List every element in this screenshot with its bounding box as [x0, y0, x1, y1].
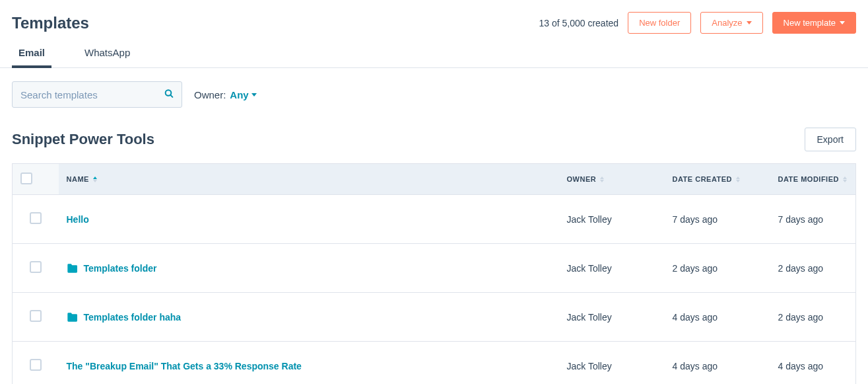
row-modified: 4 days ago — [770, 342, 856, 385]
row-name-link[interactable]: Templates folder haha — [84, 312, 182, 323]
row-created: 7 days ago — [665, 195, 770, 244]
folder-icon — [67, 313, 77, 322]
owner-filter-label: Owner: — [194, 89, 226, 100]
column-owner[interactable]: Owner — [559, 164, 665, 195]
row-owner: Jack Tolley — [559, 195, 665, 244]
column-modified[interactable]: Date Modified — [770, 164, 856, 195]
row-checkbox-cell — [13, 244, 59, 293]
header: Templates 13 of 5,000 created New folder… — [12, 12, 856, 34]
tab-email[interactable]: Email — [12, 47, 51, 67]
column-owner-label: Owner — [567, 175, 597, 183]
row-modified: 2 days ago — [770, 244, 856, 293]
row-name-link[interactable]: Templates folder — [84, 263, 157, 274]
row-created: 2 days ago — [665, 244, 770, 293]
row-checkbox[interactable] — [30, 212, 42, 224]
column-modified-label: Date Modified — [778, 175, 839, 183]
row-name-cell: The "Breakup Email" That Gets a 33% Resp… — [59, 342, 559, 385]
row-checkbox-cell — [13, 293, 59, 342]
table-row: Templates folder hahaJack Tolley4 days a… — [13, 293, 856, 342]
page-title: Templates — [12, 14, 89, 32]
column-checkbox — [13, 164, 59, 195]
row-name-cell: Hello — [59, 195, 559, 244]
table-row: HelloJack Tolley7 days ago7 days ago — [13, 195, 856, 244]
new-template-label: New template — [784, 18, 836, 28]
row-name-link[interactable]: Hello — [67, 214, 89, 225]
tabs: Email WhatsApp — [0, 47, 868, 68]
table-row: Templates folderJack Tolley2 days ago2 d… — [13, 244, 856, 293]
analyze-button[interactable]: Analyze — [700, 12, 762, 34]
template-count: 13 of 5,000 created — [539, 18, 618, 28]
column-created-label: Date Created — [673, 175, 733, 183]
tab-whatsapp[interactable]: WhatsApp — [78, 47, 137, 67]
row-created: 4 days ago — [665, 342, 770, 385]
row-owner: Jack Tolley — [559, 244, 665, 293]
filter-row: Owner: Any — [12, 68, 856, 121]
folder-icon — [67, 264, 77, 273]
row-checkbox[interactable] — [30, 310, 42, 322]
row-checkbox-cell — [13, 342, 59, 385]
owner-filter: Owner: Any — [194, 89, 257, 100]
sort-icon — [93, 176, 97, 182]
select-all-checkbox[interactable] — [20, 173, 32, 184]
new-template-button[interactable]: New template — [772, 12, 856, 34]
sort-icon — [600, 176, 604, 182]
row-owner: Jack Tolley — [559, 293, 665, 342]
row-name-cell: Templates folder — [59, 244, 559, 293]
new-folder-button[interactable]: New folder — [628, 12, 691, 34]
row-created: 4 days ago — [665, 293, 770, 342]
section-title: Snippet Power Tools — [12, 131, 154, 148]
row-name-cell: Templates folder haha — [59, 293, 559, 342]
row-checkbox[interactable] — [30, 359, 42, 371]
analyze-label: Analyze — [712, 18, 742, 28]
sort-icon — [843, 176, 847, 182]
row-owner: Jack Tolley — [559, 342, 665, 385]
svg-line-1 — [170, 95, 172, 97]
column-created[interactable]: Date Created — [665, 164, 770, 195]
sort-icon — [736, 176, 740, 182]
templates-table: Name Owner Dat — [12, 163, 856, 384]
owner-filter-value[interactable]: Any — [230, 89, 256, 100]
column-name[interactable]: Name — [59, 164, 559, 195]
row-checkbox-cell — [13, 195, 59, 244]
caret-down-icon — [840, 21, 845, 24]
row-modified: 2 days ago — [770, 293, 856, 342]
search-input[interactable] — [12, 81, 182, 108]
owner-filter-value-text: Any — [230, 89, 248, 100]
search-icon[interactable] — [164, 89, 174, 101]
section-header: Snippet Power Tools Export — [12, 128, 856, 151]
export-button[interactable]: Export — [805, 128, 856, 151]
caret-down-icon — [747, 21, 752, 24]
row-checkbox[interactable] — [30, 261, 42, 273]
row-name-link[interactable]: The "Breakup Email" That Gets a 33% Resp… — [67, 361, 302, 371]
row-modified: 7 days ago — [770, 195, 856, 244]
header-actions: 13 of 5,000 created New folder Analyze N… — [539, 12, 856, 34]
caret-down-icon — [251, 93, 257, 96]
table-row: The "Breakup Email" That Gets a 33% Resp… — [13, 342, 856, 385]
search-wrap — [12, 81, 182, 108]
column-name-label: Name — [67, 175, 89, 183]
